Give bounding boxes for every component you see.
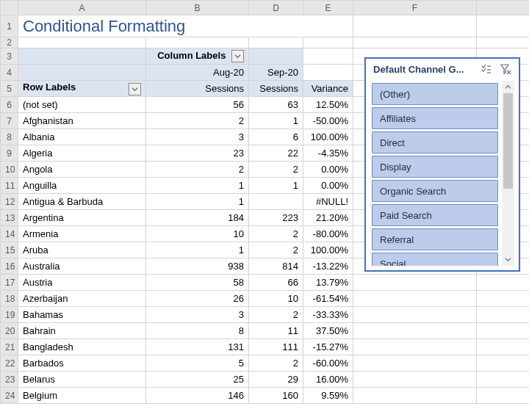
row-header-4[interactable]: 4 (1, 65, 18, 81)
variance-cell[interactable]: 9.59% (303, 388, 353, 404)
value-cell[interactable]: 2 (249, 242, 303, 258)
col-header-D[interactable]: D (249, 1, 303, 15)
column-labels-cell[interactable]: Column Labels (146, 48, 249, 65)
slicer-item[interactable]: Direct (372, 131, 498, 153)
row-label-cell[interactable]: Barbados (18, 355, 146, 372)
row-label-cell[interactable]: Algeria (18, 145, 146, 162)
slicer-item[interactable]: Paid Search (372, 204, 498, 226)
variance-cell[interactable]: 21.20% (303, 210, 353, 226)
row-header[interactable]: 9 (1, 145, 18, 162)
row-header[interactable]: 10 (1, 162, 18, 178)
cell[interactable] (477, 339, 530, 355)
value-cell[interactable]: 22 (249, 145, 303, 162)
value-cell[interactable]: 10 (249, 291, 303, 307)
row-label-cell[interactable]: Argentina (18, 210, 146, 226)
value-cell[interactable]: 58 (146, 275, 249, 291)
month-sep[interactable]: Sep-20 (249, 65, 303, 81)
cell[interactable] (353, 275, 477, 291)
col-header-E[interactable]: E (303, 1, 353, 15)
value-cell[interactable]: 56 (146, 97, 249, 113)
row-header-5[interactable]: 5 (1, 81, 18, 97)
scroll-down-button[interactable] (502, 253, 514, 266)
value-cell[interactable]: 111 (249, 339, 303, 355)
cell[interactable] (353, 291, 477, 307)
variance-cell[interactable]: -80.00% (303, 226, 353, 242)
value-cell[interactable]: 3 (146, 307, 249, 323)
row-label-cell[interactable]: Australia (18, 258, 146, 275)
value-cell[interactable]: 2 (249, 307, 303, 323)
variance-cell[interactable]: -61.54% (303, 291, 353, 307)
cell[interactable] (353, 307, 477, 323)
col-header-F[interactable]: F (353, 1, 477, 15)
row-header[interactable]: 8 (1, 129, 18, 145)
variance-cell[interactable]: -33.33% (303, 307, 353, 323)
cell[interactable] (477, 323, 530, 339)
slicer-default-channel[interactable]: Default Channel G... (Other)AffiliatesDi… (364, 57, 520, 272)
row-header[interactable]: 11 (1, 178, 18, 194)
value-cell[interactable]: 160 (249, 388, 303, 404)
value-cell[interactable]: 184 (146, 210, 249, 226)
variance-cell[interactable]: 12.50% (303, 97, 353, 113)
cell[interactable] (353, 355, 477, 372)
slicer-item[interactable]: Affiliates (372, 107, 498, 129)
row-header[interactable]: 23 (1, 372, 18, 388)
cell[interactable] (353, 323, 477, 339)
sessions-label-b[interactable]: Sessions (146, 81, 249, 97)
variance-cell[interactable]: 100.00% (303, 242, 353, 258)
row-label-cell[interactable]: (not set) (18, 97, 146, 113)
value-cell[interactable]: 2 (249, 162, 303, 178)
value-cell[interactable]: 2 (249, 226, 303, 242)
cell[interactable] (353, 15, 477, 37)
value-cell[interactable]: 2 (249, 355, 303, 372)
multi-select-icon[interactable] (479, 62, 494, 76)
slicer-item[interactable]: Display (372, 156, 498, 178)
row-header[interactable]: 18 (1, 291, 18, 307)
row-label-cell[interactable]: Bahamas (18, 307, 146, 323)
slicer-item[interactable]: Referral (372, 228, 498, 250)
cell[interactable] (477, 15, 530, 37)
row-header[interactable]: 14 (1, 226, 18, 242)
slicer-item[interactable]: Social (372, 253, 498, 266)
cell[interactable] (353, 372, 477, 388)
value-cell[interactable]: 10 (146, 226, 249, 242)
row-label-cell[interactable]: Belarus (18, 372, 146, 388)
variance-cell[interactable]: -60.00% (303, 355, 353, 372)
variance-cell[interactable]: #NULL! (303, 194, 353, 210)
value-cell[interactable] (249, 194, 303, 210)
row-labels-dropdown[interactable] (129, 83, 141, 95)
row-label-cell[interactable]: Austria (18, 275, 146, 291)
page-title[interactable]: Conditional Formatting (18, 15, 353, 37)
value-cell[interactable]: 814 (249, 258, 303, 275)
slicer-item[interactable]: (Other) (372, 83, 498, 105)
value-cell[interactable]: 26 (146, 291, 249, 307)
row-header[interactable]: 20 (1, 323, 18, 339)
variance-cell[interactable]: -15.27% (303, 339, 353, 355)
col-header-B[interactable]: B (146, 1, 249, 15)
row-header[interactable]: 24 (1, 388, 18, 404)
row-header-1[interactable]: 1 (1, 15, 18, 37)
value-cell[interactable]: 66 (249, 275, 303, 291)
variance-cell[interactable]: 16.00% (303, 372, 353, 388)
value-cell[interactable]: 1 (249, 178, 303, 194)
cell[interactable] (477, 275, 530, 291)
month-aug[interactable]: Aug-20 (146, 65, 249, 81)
slicer-scrollbar[interactable] (502, 81, 514, 266)
col-header-A[interactable]: A (18, 1, 146, 15)
variance-cell[interactable]: -4.35% (303, 145, 353, 162)
row-header-2[interactable]: 2 (1, 37, 18, 48)
value-cell[interactable]: 29 (249, 372, 303, 388)
scroll-track[interactable] (502, 93, 514, 253)
value-cell[interactable]: 8 (146, 323, 249, 339)
row-header-3[interactable]: 3 (1, 48, 18, 65)
value-cell[interactable]: 1 (146, 178, 249, 194)
row-header[interactable]: 21 (1, 339, 18, 355)
column-labels-dropdown[interactable] (231, 50, 244, 62)
col-header-blank[interactable] (477, 1, 530, 15)
row-header[interactable]: 15 (1, 242, 18, 258)
row-labels-cell[interactable]: Row Labels (18, 81, 146, 97)
value-cell[interactable]: 2 (146, 113, 249, 129)
row-header[interactable]: 13 (1, 210, 18, 226)
row-header[interactable]: 12 (1, 194, 18, 210)
value-cell[interactable]: 11 (249, 323, 303, 339)
scroll-up-button[interactable] (502, 81, 514, 93)
